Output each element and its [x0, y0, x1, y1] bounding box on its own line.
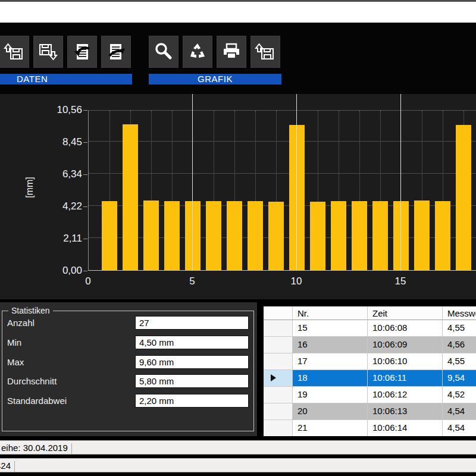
cell-zeit[interactable]: 10:06:10	[368, 353, 443, 370]
cell-mess[interactable]: 4,52	[443, 387, 476, 403]
cell-nr[interactable]: 18	[293, 370, 368, 387]
bar	[352, 201, 367, 270]
cell-mess[interactable]: 4,54	[443, 420, 476, 436]
cell-mess[interactable]: 9,54	[443, 370, 476, 387]
column-header-messwert[interactable]: Messwert	[443, 306, 476, 320]
bar	[268, 202, 284, 270]
chart-panel: [mm] 0,002,114,226,348,4510,56051015	[0, 94, 476, 299]
row-selector-cell[interactable]	[264, 370, 293, 387]
measurement-table[interactable]: Nr.ZeitMesswert1510:06:084,551610:06:094…	[264, 306, 476, 436]
bar	[393, 201, 409, 270]
status-count-text: 424	[0, 459, 11, 472]
table-row[interactable]: 1910:06:124,52	[264, 387, 476, 403]
recycle-button[interactable]	[183, 36, 212, 68]
x-tick-label: 10	[286, 275, 306, 287]
bar	[123, 124, 138, 270]
cell-mess[interactable]: 4,56	[443, 337, 476, 353]
table-row[interactable]: 1810:06:119,54	[264, 370, 476, 387]
table-row[interactable]: 1510:06:084,55	[264, 320, 476, 337]
cell-zeit[interactable]: 10:06:09	[368, 337, 443, 353]
bar	[185, 201, 201, 270]
statistics-panel: Statistiken AnzahlMinMaxDurchschnittStan…	[0, 302, 257, 436]
floppy-arrow-down-icon	[37, 41, 59, 62]
y-tick-mark	[83, 142, 87, 143]
report-back-button[interactable]	[67, 36, 97, 68]
status-bar-count: 424	[0, 458, 476, 472]
toolbar: DATEN GRAFIK	[0, 23, 476, 94]
y-tick-mark	[83, 239, 87, 239]
row-selector-cell[interactable]	[264, 403, 293, 420]
recycle-icon	[187, 41, 208, 62]
row-selector-header[interactable]	[264, 306, 293, 320]
table-row[interactable]: 1610:06:094,56	[264, 337, 476, 353]
stat-value-min[interactable]	[135, 336, 249, 349]
y-tick-label: 4,22	[46, 201, 82, 212]
bar	[435, 201, 450, 270]
zoom-button[interactable]	[149, 36, 178, 68]
printer-icon	[221, 41, 242, 62]
v-gridline-major	[296, 94, 297, 271]
table-row[interactable]: 1710:06:104,55	[264, 353, 476, 370]
cell-nr[interactable]: 21	[293, 420, 368, 436]
table-row[interactable]: 2110:06:144,54	[264, 420, 476, 436]
save-graphic-button[interactable]	[250, 36, 280, 68]
stat-label-standardabwei: Standardabwei	[7, 396, 67, 406]
h-gridline	[89, 173, 476, 174]
stat-value-anzahl[interactable]	[135, 316, 249, 330]
stat-value-max[interactable]	[135, 355, 249, 369]
row-selector-cell[interactable]	[264, 337, 293, 353]
report-forward-button[interactable]	[101, 36, 131, 68]
cell-zeit[interactable]: 10:06:12	[368, 387, 443, 403]
bar	[164, 201, 180, 270]
y-tick-mark	[83, 110, 87, 111]
cell-nr[interactable]: 20	[293, 403, 368, 420]
bar	[227, 201, 242, 270]
row-selector-cell[interactable]	[264, 420, 293, 436]
row-selector-cell[interactable]	[264, 320, 293, 337]
v-gridline-major	[400, 94, 401, 271]
cell-nr[interactable]: 15	[293, 320, 368, 337]
stat-row: Durchschnitt	[0, 374, 257, 389]
status-separator	[14, 461, 15, 472]
cell-zeit[interactable]: 10:06:14	[368, 420, 443, 436]
document-arrow-right-icon	[105, 41, 127, 62]
cell-mess[interactable]: 4,55	[443, 353, 476, 370]
stat-row: Min	[0, 336, 257, 350]
cell-zeit[interactable]: 10:06:13	[368, 403, 443, 420]
status-separator	[71, 443, 72, 454]
table-row[interactable]: 2010:06:134,54	[264, 403, 476, 420]
print-button[interactable]	[217, 36, 246, 68]
save-data-button[interactable]	[33, 36, 63, 68]
cell-nr[interactable]: 16	[293, 337, 368, 353]
bar	[102, 201, 117, 270]
stat-value-durchschnitt[interactable]	[135, 374, 249, 388]
row-selector-cell[interactable]	[264, 353, 293, 370]
column-header-zeit[interactable]: Zeit	[368, 306, 443, 320]
floppy-arrow-up-icon	[255, 41, 276, 62]
cell-zeit[interactable]: 10:06:08	[368, 320, 443, 337]
row-selector-cell[interactable]	[264, 387, 293, 403]
x-tick-label: 0	[78, 275, 98, 287]
stat-label-anzahl: Anzahl	[7, 318, 35, 328]
cell-nr[interactable]: 17	[293, 353, 368, 370]
stat-value-standardabwei[interactable]	[135, 394, 249, 408]
y-tick-label: 8,45	[46, 136, 82, 148]
cell-nr[interactable]: 19	[293, 387, 368, 403]
stat-label-max: Max	[7, 357, 24, 367]
y-tick-label: 2,11	[46, 233, 82, 245]
toolbar-group-grafik-label: GRAFIK	[149, 74, 281, 84]
h-gridline	[89, 141, 476, 142]
chart-plot	[88, 110, 476, 271]
status-bar-date: eihe: 30.04.2019	[0, 440, 476, 455]
cell-mess[interactable]: 4,54	[443, 403, 476, 420]
bar	[206, 201, 221, 270]
column-header-nr[interactable]: Nr.	[293, 306, 368, 320]
y-tick-mark	[83, 206, 87, 207]
stat-label-durchschnitt: Durchschnitt	[7, 376, 57, 386]
cell-mess[interactable]: 4,55	[443, 320, 476, 337]
y-tick-label: 6,34	[46, 168, 82, 180]
cell-zeit[interactable]: 10:06:11	[368, 370, 443, 387]
y-axis-title: [mm]	[24, 174, 35, 201]
bar	[372, 201, 388, 270]
load-data-button[interactable]	[0, 36, 29, 68]
